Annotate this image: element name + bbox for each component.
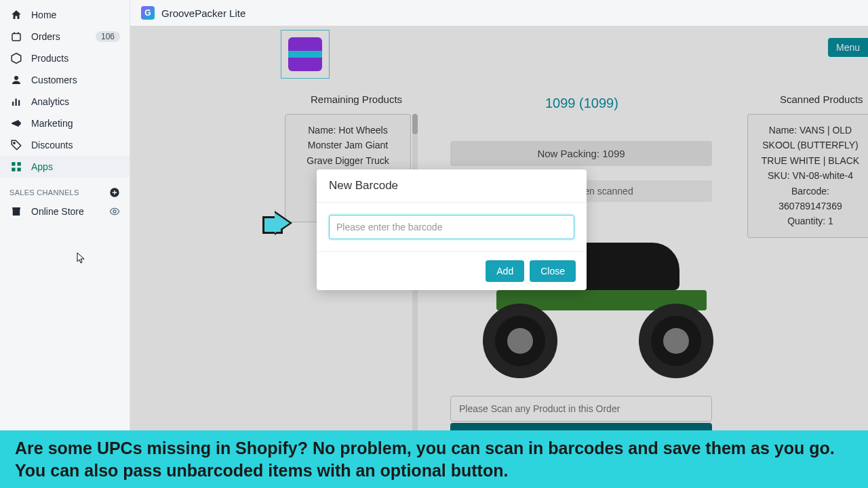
sidebar: Home Orders 106 Products Customers Analy… (0, 0, 130, 488)
store-icon (9, 205, 23, 218)
eye-icon[interactable] (109, 206, 120, 217)
sidebar-item-orders[interactable]: Orders 106 (0, 26, 130, 47)
mouse-cursor-icon (77, 252, 86, 264)
close-button[interactable]: Close (530, 260, 576, 282)
sidebar-item-label: Apps (31, 161, 120, 172)
sidebar-item-label: Customers (31, 75, 120, 85)
svg-rect-0 (12, 34, 20, 41)
svg-rect-8 (12, 168, 15, 171)
sidebar-item-label: Analytics (31, 96, 120, 107)
sidebar-item-label: Products (31, 53, 120, 64)
svg-rect-4 (18, 100, 20, 106)
banner-text: Are some UPCs missing in Shopify? No pro… (15, 437, 853, 481)
section-label: SALES CHANNELS (9, 188, 79, 197)
svg-point-11 (113, 210, 116, 213)
discount-icon (9, 138, 23, 152)
app-title: GroovePacker Lite (161, 7, 245, 19)
add-channel-icon[interactable] (109, 187, 120, 198)
megaphone-icon (9, 117, 23, 130)
svg-rect-2 (12, 102, 14, 106)
sidebar-item-label: Marketing (31, 118, 120, 129)
svg-rect-3 (16, 99, 17, 106)
sidebar-item-home[interactable]: Home (0, 4, 130, 26)
orders-badge: 106 (96, 31, 120, 42)
svg-rect-9 (18, 168, 21, 171)
caption-banner: Are some UPCs missing in Shopify? No pro… (0, 430, 868, 488)
sidebar-item-apps[interactable]: Apps (0, 156, 130, 178)
add-button[interactable]: Add (486, 260, 524, 282)
home-icon (9, 8, 23, 22)
person-icon (9, 73, 23, 87)
sales-channels-header: SALES CHANNELS (0, 178, 130, 201)
sidebar-item-label: Online Store (31, 206, 109, 217)
sidebar-item-analytics[interactable]: Analytics (0, 91, 130, 113)
sidebar-item-marketing[interactable]: Marketing (0, 113, 130, 134)
sidebar-item-discounts[interactable]: Discounts (0, 134, 130, 156)
new-barcode-modal: New Barcode Add Close (317, 169, 587, 290)
sidebar-item-label: Home (31, 9, 120, 20)
sidebar-item-label: Orders (31, 31, 96, 42)
app-logo-icon: G (141, 6, 155, 20)
sidebar-item-label: Discounts (31, 140, 120, 150)
svg-point-1 (14, 76, 18, 80)
apps-icon (9, 160, 23, 174)
svg-rect-7 (18, 162, 21, 165)
svg-rect-6 (12, 162, 15, 165)
barcode-input[interactable] (329, 215, 574, 239)
callout-arrow-icon (275, 211, 292, 235)
sidebar-item-customers[interactable]: Customers (0, 69, 130, 91)
analytics-icon (9, 95, 23, 108)
orders-icon (9, 30, 23, 43)
tag-icon (9, 52, 23, 65)
sidebar-item-online-store[interactable]: Online Store (0, 201, 130, 222)
app-header: G GroovePacker Lite (130, 0, 868, 26)
sidebar-item-products[interactable]: Products (0, 47, 130, 69)
modal-title: New Barcode (317, 169, 587, 203)
svg-point-5 (14, 142, 15, 144)
